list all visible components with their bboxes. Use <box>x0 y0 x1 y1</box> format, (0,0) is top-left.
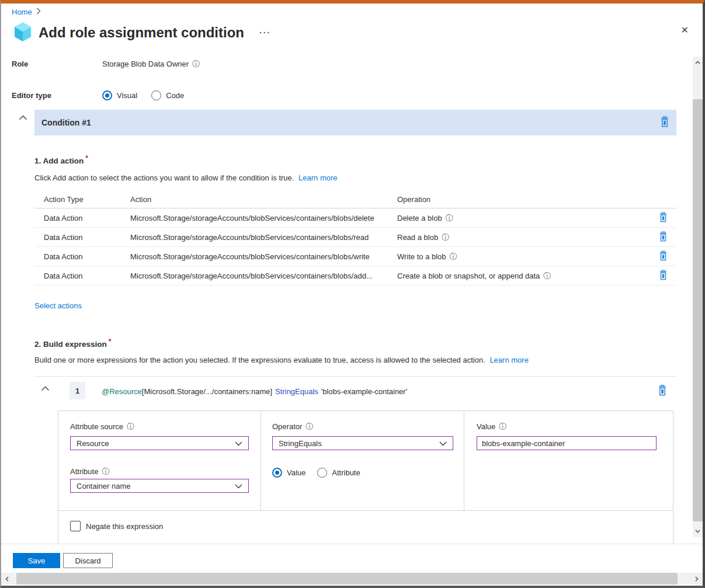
value-type-value-label: Value <box>287 468 305 477</box>
info-icon[interactable]: ⓘ <box>305 423 313 430</box>
operation-cell: Delete a blob <box>397 214 442 222</box>
col-action-type: Action Type <box>34 195 130 204</box>
col-action: Action <box>130 195 397 204</box>
chevron-right-icon <box>36 8 41 16</box>
col-operation: Operation <box>397 195 650 204</box>
chevron-down-icon <box>235 482 242 490</box>
horizontal-scrollbar-thumb[interactable] <box>16 573 678 584</box>
more-options-icon[interactable]: ··· <box>259 28 271 37</box>
role-value: Storage Blob Data Owner <box>102 60 189 68</box>
select-actions-link[interactable]: Select actions <box>34 301 82 310</box>
value-type-radio-group: Value Attribute <box>272 467 374 478</box>
role-row: Role Storage Blob Data Owner ⓘ <box>12 60 200 68</box>
attribute-select[interactable]: Container name <box>70 479 249 493</box>
action-type-cell: Data Action <box>34 252 130 261</box>
operator-label: Operator ⓘ <box>272 422 313 431</box>
discard-button[interactable]: Discard <box>63 553 113 568</box>
operator-select[interactable]: StringEquals <box>272 436 453 450</box>
expression-collapse-chevron-icon[interactable] <box>41 384 50 393</box>
editor-type-row: Editor type Visual Code <box>12 91 198 100</box>
attribute-source-label: Attribute source ⓘ <box>70 422 134 431</box>
actions-table-header: Action Type Action Operation <box>34 190 676 208</box>
cube-icon <box>14 22 32 43</box>
build-expression-heading: 2. Build expression* <box>34 338 111 349</box>
editor-type-visual-label: Visual <box>117 91 137 100</box>
editor-type-visual-radio[interactable] <box>102 91 112 100</box>
panel-divider <box>261 411 261 510</box>
expression-operator: StringEquals <box>275 387 318 396</box>
action-type-cell: Data Action <box>34 233 130 242</box>
scroll-down-icon[interactable] <box>693 527 703 536</box>
build-expression-learn-more-link[interactable]: Learn more <box>489 356 528 364</box>
negate-expression-checkbox[interactable] <box>70 521 81 531</box>
condition-title: Condition #1 <box>41 118 91 127</box>
info-icon[interactable]: ⓘ <box>127 423 134 430</box>
value-type-attribute-label: Attribute <box>332 468 360 477</box>
scroll-right-icon[interactable] <box>691 573 703 584</box>
scroll-up-icon[interactable] <box>693 58 703 67</box>
editor-type-code-label: Code <box>166 91 184 100</box>
role-label: Role <box>12 60 102 68</box>
expression-builder-panel: Attribute source ⓘ Resource Attribute ⓘ … <box>58 410 673 544</box>
info-icon[interactable]: ⓘ <box>442 234 449 241</box>
add-action-description: Click Add action to select the actions y… <box>34 173 338 182</box>
expression-attribute-path: [Microsoft.Storage/.../containers:name] <box>142 387 272 396</box>
expression-index-badge: 1 <box>70 382 85 399</box>
action-cell: Microsoft.Storage/storageAccounts/blobSe… <box>130 272 397 280</box>
info-icon[interactable]: ⓘ <box>450 253 457 260</box>
operation-cell: Read a blob <box>397 233 438 242</box>
delete-action-icon[interactable] <box>659 270 668 282</box>
action-cell: Microsoft.Storage/storageAccounts/blobSe… <box>130 233 397 242</box>
value-label: Value ⓘ <box>477 422 506 431</box>
info-icon[interactable]: ⓘ <box>192 60 200 68</box>
footer-bar: Save Discard <box>1 544 703 573</box>
delete-expression-icon[interactable] <box>658 385 667 398</box>
chevron-down-icon <box>235 439 242 448</box>
negate-expression-label: Negate this expression <box>86 522 163 531</box>
attribute-source-select[interactable]: Resource <box>70 436 249 450</box>
required-marker: * <box>109 338 112 346</box>
delete-condition-icon[interactable] <box>660 116 669 129</box>
add-action-learn-more-link[interactable]: Learn more <box>298 173 337 182</box>
attribute-source-value: Resource <box>77 439 109 448</box>
save-button[interactable]: Save <box>13 553 60 568</box>
action-cell: Microsoft.Storage/storageAccounts/blobSe… <box>130 252 397 261</box>
attribute-value: Container name <box>77 482 131 490</box>
editor-type-code-radio[interactable] <box>151 91 161 100</box>
condition-collapse-chevron-icon[interactable] <box>19 113 27 122</box>
expression-value: 'blobs-example-container' <box>321 387 407 396</box>
info-icon[interactable]: ⓘ <box>543 272 551 280</box>
page-title: Add role assignment condition <box>39 25 244 41</box>
value-type-attribute-radio[interactable] <box>317 468 327 478</box>
delete-action-icon[interactable] <box>659 212 668 224</box>
expression-group-divider <box>34 376 676 377</box>
info-icon[interactable]: ⓘ <box>499 423 506 430</box>
add-role-assignment-condition-window: Home Add role assignment condition ··· ✕… <box>0 0 705 588</box>
actions-table: Action Type Action Operation Data Action… <box>34 190 676 286</box>
negate-expression-row: Negate this expression <box>70 521 163 531</box>
expression-source: @Resource <box>102 387 142 396</box>
action-type-cell: Data Action <box>34 214 130 222</box>
table-row: Data Action Microsoft.Storage/storageAcc… <box>34 208 676 228</box>
condition-header: Condition #1 <box>34 110 676 135</box>
delete-action-icon[interactable] <box>659 250 668 263</box>
delete-action-icon[interactable] <box>659 231 668 243</box>
build-expression-description: Build one or more expressions for the ac… <box>34 356 529 364</box>
expression-summary: @Resource[Microsoft.Storage/.../containe… <box>102 387 407 396</box>
close-icon[interactable]: ✕ <box>681 25 689 36</box>
scroll-left-icon[interactable] <box>1 573 13 584</box>
vertical-scrollbar[interactable] <box>693 57 703 537</box>
operator-value: StringEquals <box>279 439 322 448</box>
breadcrumb-home-link[interactable]: Home <box>12 8 32 16</box>
breadcrumb: Home <box>12 8 41 16</box>
value-input[interactable] <box>477 436 657 450</box>
vertical-scrollbar-thumb[interactable] <box>693 99 703 521</box>
operation-cell: Create a blob or snapshot, or append dat… <box>397 272 540 280</box>
action-type-cell: Data Action <box>34 272 130 280</box>
value-type-value-radio[interactable] <box>272 468 282 478</box>
info-icon[interactable]: ⓘ <box>102 468 109 475</box>
info-icon[interactable]: ⓘ <box>446 214 453 222</box>
table-row: Data Action Microsoft.Storage/storageAcc… <box>34 228 676 247</box>
table-row: Data Action Microsoft.Storage/storageAcc… <box>34 266 676 286</box>
horizontal-scrollbar[interactable] <box>1 573 703 584</box>
